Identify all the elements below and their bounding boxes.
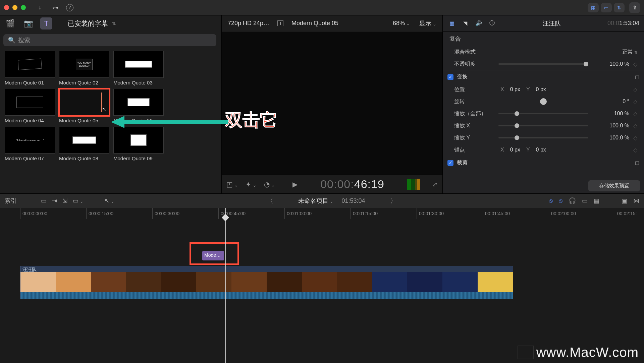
append-clip-icon[interactable]: ⇲ — [62, 197, 67, 204]
scale-x-row: 缩放 X 100.0 % ◇ — [443, 120, 644, 132]
reset-icon[interactable]: ◻ — [635, 74, 639, 80]
search-input[interactable]: 🔍 搜索 — [3, 34, 216, 46]
library-tab-icon[interactable]: 🎬 — [4, 17, 16, 29]
timeline[interactable]: 00:00:00:00 00:00:15:00 00:00:30:00 00:0… — [0, 208, 644, 363]
timeline-project-dropdown[interactable]: 未命名项目⌄ — [298, 197, 333, 205]
composite-section-header[interactable]: 复合 — [443, 32, 644, 46]
layout-browser-button[interactable]: ▦ — [588, 3, 599, 12]
scale-y-slider[interactable] — [498, 137, 588, 138]
overwrite-clip-icon[interactable]: ▭⌄ — [73, 197, 84, 204]
keyframe-icon[interactable]: ◇ — [633, 147, 637, 153]
timeline-history-back[interactable]: 〈 — [250, 196, 290, 205]
keyframe-icon[interactable]: ◇ — [633, 123, 637, 129]
viewer-display-dropdown[interactable]: 显示⌄ — [419, 19, 436, 27]
crop-section-header[interactable]: ✓ 裁剪 ◻ — [443, 156, 644, 169]
transform-label: 变换 — [457, 73, 468, 80]
keyframe-icon[interactable]: ◇ — [633, 86, 637, 93]
opacity-label: 不透明度 — [454, 61, 494, 68]
play-button[interactable]: ▶ — [292, 180, 298, 188]
select-tool-dropdown[interactable]: ↖⌄ — [104, 197, 114, 204]
scale-x-value[interactable]: 100.0 % — [592, 123, 629, 129]
keyframe-icon[interactable]: ◇ — [633, 111, 637, 117]
scale-all-value[interactable]: 100 % — [592, 111, 629, 117]
timeline-history-fwd[interactable]: 〉 — [373, 196, 414, 205]
fullscreen-icon[interactable]: ⤢ — [432, 180, 438, 188]
viewer-zoom-dropdown[interactable]: 68%⌄ — [393, 20, 410, 27]
photos-tab-icon[interactable]: 📷 — [22, 17, 34, 29]
transform-section-header[interactable]: ✓ 变换 ◻ — [443, 70, 644, 83]
primary-storyline-clip[interactable]: 汪汪队 — [20, 266, 513, 299]
position-row: 位置 X 0 px Y 0 px ◇ — [443, 83, 644, 96]
title-thumb[interactable]: Modern Quote 04 — [5, 89, 55, 123]
axis-y: Y — [526, 147, 530, 153]
browser-category-dropdown[interactable]: 已安装的字幕 ⇅ — [68, 19, 116, 28]
anchor-y-value[interactable]: 0 px — [536, 147, 546, 153]
title-thumb[interactable]: Modern Quote 01 — [5, 51, 55, 85]
layout-inspector-button[interactable]: ⇅ — [614, 3, 625, 12]
rotation-value[interactable]: 0 ° — [592, 99, 629, 105]
search-placeholder: 搜索 — [18, 36, 30, 44]
keyword-icon[interactable]: ⊶ — [51, 3, 60, 12]
timeline-index-button[interactable]: 索引 — [5, 197, 17, 205]
rotation-dial[interactable] — [540, 98, 547, 105]
title-thumb[interactable]: Modern Quote 08 — [59, 127, 109, 161]
solo-icon[interactable]: 🎧 — [569, 197, 576, 204]
keyframe-icon[interactable]: ◇ — [633, 61, 637, 67]
enhance-tool-dropdown[interactable]: ✦⌄ — [246, 180, 257, 188]
chevron-updown-icon: ⇅ — [112, 21, 116, 26]
keyframe-icon[interactable]: ◇ — [633, 135, 637, 141]
connected-title-clip[interactable]: Mode… — [202, 251, 224, 260]
title-thumb-selected[interactable]: ↖Modern Quote 05 — [59, 89, 109, 123]
thumb-label: Modern Quote 05 — [59, 118, 109, 123]
thumb-label: Modern Quote 01 — [5, 80, 55, 85]
transform-enable-checkbox[interactable]: ✓ — [447, 74, 453, 80]
timeline-playhead[interactable] — [225, 208, 226, 363]
share-button[interactable]: ⇪ — [629, 2, 640, 13]
reset-icon[interactable]: ◻ — [635, 160, 639, 166]
timeline-tracks[interactable]: Mode… 汪汪队 — [0, 219, 644, 363]
effects-browser-icon[interactable]: ▣ — [622, 197, 627, 204]
minimize-window-button[interactable] — [12, 5, 17, 10]
transform-tool-dropdown[interactable]: ◰⌄ — [226, 180, 238, 188]
retime-tool-dropdown[interactable]: ◔⌄ — [264, 180, 275, 188]
inspector-body: 复合 混合模式 正常⇅ 不透明度 100.0 % ◇ ✓ 变换 ◻ 位置 X 0… — [443, 32, 644, 178]
keyframe-icon[interactable]: ◇ — [633, 99, 637, 105]
axis-x: X — [500, 86, 504, 93]
blend-mode-dropdown[interactable]: 正常⇅ — [622, 49, 637, 56]
transitions-browser-icon[interactable]: ⋈ — [633, 197, 639, 204]
anchor-x-value[interactable]: 0 px — [510, 147, 520, 153]
viewer-timecode[interactable]: 00:00:46:19 — [305, 178, 400, 191]
audio-skimming-icon[interactable]: ⎋ — [559, 197, 562, 204]
title-thumb[interactable]: “A friend is someone…”Modern Quote 07 — [5, 127, 55, 161]
layout-timeline-button[interactable]: ▭ — [601, 3, 612, 12]
color-inspector-tab-icon[interactable]: ◥ — [461, 19, 470, 28]
video-inspector-tab-icon[interactable]: ▦ — [447, 19, 456, 28]
title-thumb[interactable]: Modern Quote 03 — [113, 51, 164, 85]
scale-y-value[interactable]: 100.0 % — [592, 135, 629, 141]
fullscreen-window-button[interactable] — [21, 5, 26, 10]
timeline-ruler[interactable]: 00:00:00:00 00:00:15:00 00:00:30:00 00:0… — [0, 208, 644, 219]
info-inspector-tab-icon[interactable]: ⓘ — [488, 19, 496, 28]
axis-x: X — [500, 147, 504, 153]
timeline-view-icon[interactable]: ▦ — [594, 197, 599, 204]
background-tasks-icon[interactable]: ✓ — [66, 4, 73, 11]
skimming-icon[interactable]: ⎋ — [549, 197, 553, 204]
ruler-tick: 00:01:30:00 — [417, 208, 483, 219]
scale-all-slider[interactable] — [498, 113, 588, 114]
import-icon[interactable]: ↓ — [35, 3, 45, 12]
audio-inspector-tab-icon[interactable]: 🔊 — [474, 19, 483, 28]
scale-x-slider[interactable] — [498, 125, 588, 126]
viewer-canvas[interactable]: 双击它 — [222, 32, 442, 175]
snapping-icon[interactable]: ▭ — [582, 197, 588, 204]
crop-enable-checkbox[interactable]: ✓ — [447, 160, 453, 166]
position-y-value[interactable]: 0 px — [536, 86, 546, 93]
opacity-value[interactable]: 100.0 % — [592, 61, 629, 67]
save-effect-preset-button[interactable]: 存储效果预置 — [588, 180, 640, 191]
close-window-button[interactable] — [4, 5, 9, 10]
insert-clip-icon[interactable]: ⇥ — [52, 197, 57, 204]
opacity-slider[interactable] — [498, 63, 588, 65]
titles-tab-icon[interactable]: T — [40, 17, 52, 29]
title-thumb[interactable]: “SO MANYBOOKS”Modern Quote 02 — [59, 51, 109, 85]
connect-clip-icon[interactable]: ▭ — [41, 197, 47, 204]
position-x-value[interactable]: 0 px — [510, 86, 520, 93]
